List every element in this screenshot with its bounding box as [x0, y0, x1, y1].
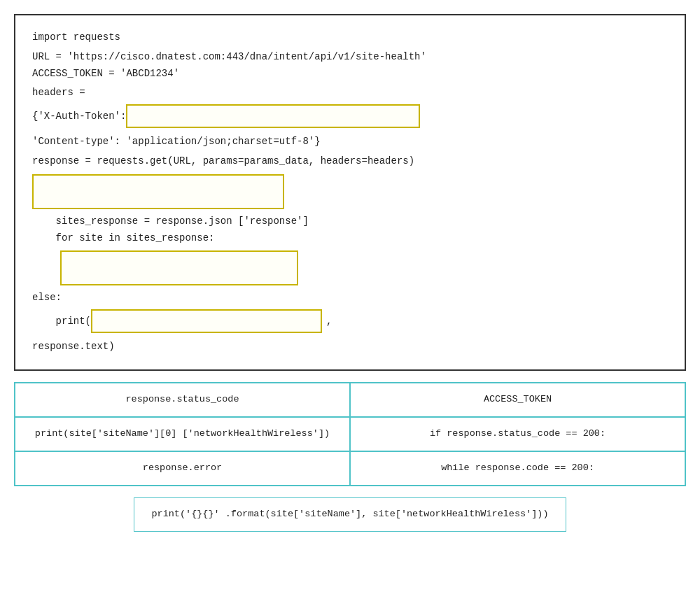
option-4[interactable]: if response.status_code == 200: — [350, 417, 685, 451]
x-auth-token-row: {'X-Auth-Token': — [32, 104, 668, 128]
block-input-row-1 — [32, 174, 668, 209]
code-line-3: URL = 'https://cisco.dnatest.com:443/dna… — [32, 49, 668, 66]
x-auth-token-prefix: {'X-Auth-Token': — [32, 108, 126, 124]
code-line-10: response = requests.get(URL, params=para… — [32, 153, 668, 170]
option-7[interactable]: print('{}{}' .format(site['siteName'], s… — [134, 497, 566, 532]
code-line-else: else: — [32, 290, 668, 306]
option-1[interactable]: response.status_code — [15, 383, 350, 417]
print-prefix: print( — [32, 313, 91, 329]
page-container: import requests URL = 'https://cisco.dna… — [14, 14, 686, 532]
code-line-12a: sites_response = response.json ['respons… — [32, 213, 668, 230]
print-row: print( , — [32, 309, 668, 333]
option-6[interactable]: while response.code == 200: — [350, 451, 685, 486]
code-line-8: 'Content-type': 'application/json;charse… — [32, 134, 668, 150]
site-print-input[interactable] — [60, 250, 298, 285]
print-input[interactable] — [91, 309, 322, 333]
code-line-12b: for site in sites_response: — [32, 230, 668, 247]
if-block-input[interactable] — [32, 174, 284, 209]
code-line-14: response.text) — [32, 339, 668, 355]
options-grid: response.status_code ACCESS_TOKEN print(… — [14, 382, 686, 486]
code-block: import requests URL = 'https://cisco.dna… — [14, 14, 686, 371]
code-line-4: ACCESS_TOKEN = 'ABCD1234' — [32, 66, 668, 83]
option-3[interactable]: print(site['siteName'][0] ['networkHealt… — [15, 417, 350, 451]
extra-option-row: print('{}{}' .format(site['siteName'], s… — [14, 497, 686, 532]
code-line-1: import requests — [32, 29, 668, 46]
option-2[interactable]: ACCESS_TOKEN — [350, 383, 685, 417]
code-line-6: headers = — [32, 85, 668, 101]
option-5[interactable]: response.error — [15, 451, 350, 486]
print-suffix: , — [326, 313, 332, 329]
x-auth-token-input[interactable] — [126, 104, 420, 128]
block-input-row-2 — [32, 250, 668, 285]
